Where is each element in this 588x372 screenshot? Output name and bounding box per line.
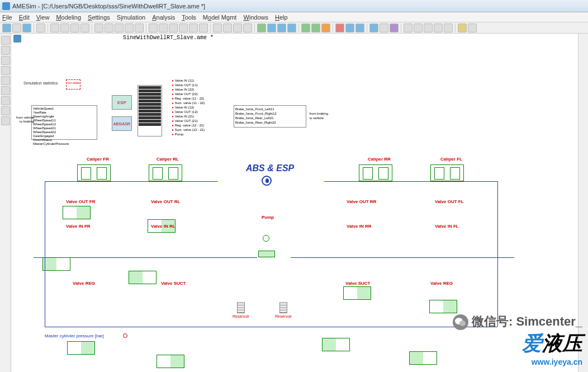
caliper-rl[interactable] bbox=[149, 164, 182, 181]
tb-w5[interactable] bbox=[444, 23, 453, 32]
input-signals-box[interactable]: from vehicleto braking VehicleSpeed YawR… bbox=[31, 105, 97, 140]
tb-lib7[interactable] bbox=[390, 23, 399, 32]
sb-6[interactable] bbox=[1, 86, 10, 95]
brake-force-box[interactable]: Brake_force_Front_Left11 Brake_force_Fro… bbox=[234, 105, 306, 128]
valve-out-fl[interactable] bbox=[429, 300, 457, 313]
controller-block[interactable] bbox=[137, 85, 162, 136]
valve-out-fr[interactable] bbox=[63, 206, 91, 219]
reservoir-right-label: Reservoir bbox=[275, 314, 292, 318]
tb-copy[interactable] bbox=[60, 23, 69, 32]
menu-tools[interactable]: Tools bbox=[182, 14, 196, 21]
valve-in-fr-label: Valve IN FR bbox=[66, 224, 91, 229]
tb-text[interactable] bbox=[233, 23, 242, 32]
esp-block[interactable]: ESP bbox=[112, 95, 132, 110]
valve-out-fl-label: Valve OUT FL bbox=[435, 199, 464, 204]
tb-save[interactable] bbox=[22, 23, 31, 32]
wechat-label: 微信号: Simcenter_ bbox=[453, 313, 582, 330]
valve-out-rr[interactable] bbox=[343, 286, 371, 300]
menu-analysis[interactable]: Analysis bbox=[152, 14, 175, 21]
sb-3[interactable] bbox=[1, 56, 10, 65]
sb-9[interactable] bbox=[1, 116, 10, 125]
menu-settings[interactable]: Settings bbox=[88, 14, 110, 21]
menu-view[interactable]: View bbox=[36, 14, 50, 21]
tb-lib4[interactable] bbox=[335, 23, 344, 32]
tb-sim[interactable] bbox=[287, 23, 296, 32]
tb-zoom[interactable] bbox=[149, 23, 158, 32]
valve-in-fl[interactable] bbox=[409, 351, 437, 365]
caliper-fr-label: Caliper FR bbox=[87, 157, 109, 162]
tb-drag[interactable] bbox=[243, 23, 252, 32]
caliper-fr[interactable] bbox=[77, 164, 111, 181]
caliper-fl[interactable] bbox=[430, 164, 464, 181]
menu-modeling[interactable]: Modeling bbox=[56, 14, 81, 21]
menu-edit[interactable]: Edit bbox=[19, 14, 30, 21]
tb-flip[interactable] bbox=[135, 23, 144, 32]
sb-1[interactable] bbox=[1, 36, 10, 45]
tb-undo[interactable] bbox=[94, 23, 103, 32]
reservoir-right[interactable] bbox=[279, 302, 287, 313]
reservoir-left[interactable] bbox=[237, 302, 245, 313]
tb-w1[interactable] bbox=[404, 23, 412, 32]
tb-paste[interactable] bbox=[70, 23, 79, 32]
sb-4[interactable] bbox=[1, 66, 10, 75]
tb-open[interactable] bbox=[12, 23, 21, 32]
doc-tab-icon[interactable] bbox=[13, 35, 21, 43]
tb-zoom-in[interactable] bbox=[159, 23, 168, 32]
sb-7[interactable] bbox=[1, 96, 10, 105]
tb-info[interactable] bbox=[369, 23, 378, 32]
tb-submodel[interactable] bbox=[267, 23, 276, 32]
tb-w6[interactable] bbox=[458, 23, 467, 32]
sb-2[interactable] bbox=[1, 46, 10, 55]
valve-in-rr[interactable] bbox=[322, 338, 350, 351]
run-stats-box[interactable]: run stats bbox=[66, 79, 80, 90]
tb-zoom-sel[interactable] bbox=[189, 23, 198, 32]
tb-nav[interactable] bbox=[223, 23, 232, 32]
tb-w3[interactable] bbox=[424, 23, 433, 32]
tb-zoom-fit[interactable] bbox=[179, 23, 188, 32]
tb-w7[interactable] bbox=[468, 23, 477, 32]
tb-sep bbox=[333, 23, 333, 32]
menu-windows[interactable]: Windows bbox=[243, 14, 268, 21]
tb-print[interactable] bbox=[36, 23, 45, 32]
menu-simulation[interactable]: Simulation bbox=[117, 14, 145, 21]
valve-reg-left[interactable] bbox=[67, 341, 95, 355]
diagram-title: ABS & ESP bbox=[246, 163, 294, 173]
line bbox=[45, 327, 497, 327]
tb-param[interactable] bbox=[277, 23, 286, 32]
line bbox=[45, 181, 218, 182]
abs-asr-block[interactable]: ABS/ASR bbox=[112, 116, 132, 131]
tb-lib6[interactable] bbox=[355, 23, 364, 32]
tb-w4[interactable] bbox=[434, 23, 443, 32]
tb-delete[interactable] bbox=[80, 23, 89, 32]
tb-cursor[interactable] bbox=[213, 23, 222, 32]
valve-suct-left[interactable] bbox=[157, 355, 184, 368]
toolbar bbox=[0, 22, 588, 34]
tb-birdview[interactable] bbox=[199, 23, 208, 32]
sb-5[interactable] bbox=[1, 76, 10, 85]
tb-redo[interactable] bbox=[105, 23, 113, 32]
tb-zoom-out[interactable] bbox=[169, 23, 178, 32]
tb-lib2[interactable] bbox=[311, 23, 320, 32]
pump-block[interactable] bbox=[253, 235, 281, 263]
sb-8[interactable] bbox=[1, 106, 10, 115]
master-cyl-port[interactable] bbox=[123, 333, 127, 338]
tb-search[interactable] bbox=[380, 23, 388, 32]
menu-help[interactable]: Help bbox=[275, 14, 288, 21]
tb-w2[interactable] bbox=[414, 23, 423, 32]
tb-cut[interactable] bbox=[50, 23, 59, 32]
valve-in-fr[interactable] bbox=[42, 257, 70, 271]
menu-file[interactable]: File bbox=[2, 14, 12, 21]
tb-sep bbox=[367, 23, 367, 32]
menu-modelmgmt[interactable]: Model Mgmt bbox=[203, 14, 237, 21]
tb-lib5[interactable] bbox=[345, 23, 354, 32]
tb-sketch[interactable] bbox=[257, 23, 266, 32]
tb-lib1[interactable] bbox=[301, 23, 310, 32]
tb-new[interactable] bbox=[2, 23, 11, 32]
tb-rot-r[interactable] bbox=[125, 23, 134, 32]
caliper-rr[interactable] bbox=[359, 164, 392, 181]
valve-in-rl[interactable] bbox=[129, 271, 157, 284]
tb-lib3[interactable] bbox=[321, 23, 330, 32]
tb-rot-l[interactable] bbox=[115, 23, 124, 32]
input-side-label: from vehicleto braking bbox=[16, 116, 34, 124]
valve-out-fr-label: Valve OUT FR bbox=[66, 199, 95, 204]
